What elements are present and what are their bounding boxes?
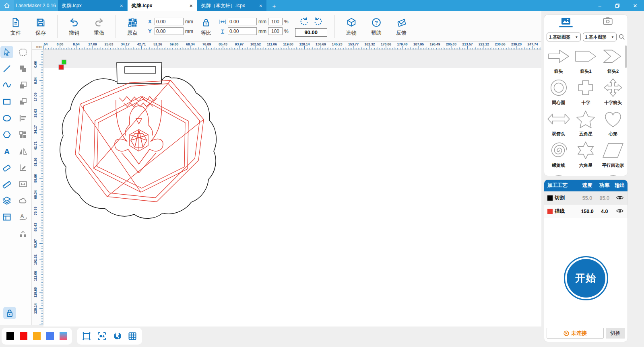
- layer-power[interactable]: 4.0: [597, 205, 612, 218]
- subtract-tool[interactable]: [17, 95, 29, 108]
- rose-swirl-engrave[interactable]: [75, 80, 204, 202]
- shape-arrow-right[interactable]: 箭头: [545, 46, 572, 74]
- ellipse-tool[interactable]: [0, 112, 13, 124]
- close-button[interactable]: ✕: [626, 0, 644, 11]
- layer-output-toggle[interactable]: [612, 191, 627, 205]
- lock-ratio-button[interactable]: 等比: [197, 16, 215, 37]
- color-swatch-0[interactable]: [6, 332, 14, 340]
- arc-shape[interactable]: [545, 172, 572, 176]
- pen-measure-tool[interactable]: [17, 161, 29, 174]
- width-percent-input[interactable]: 100: [268, 18, 283, 25]
- duplicate-tool[interactable]: [17, 79, 29, 91]
- emblem-engrave[interactable]: [115, 97, 163, 173]
- process-row-描线[interactable]: 描线 150.0 4.0: [544, 205, 627, 218]
- document-tab-0[interactable]: 奖牌.lcpx ✕: [58, 0, 127, 11]
- switch-device-button[interactable]: 切换: [606, 328, 625, 339]
- feedback-envelope-icon: [396, 16, 407, 29]
- height-input[interactable]: 0.00: [228, 27, 257, 35]
- tab-close-icon[interactable]: ✕: [190, 4, 193, 8]
- layer-output-toggle[interactable]: [612, 205, 627, 218]
- tab-camera-capture[interactable]: [603, 17, 613, 25]
- canvas-viewport[interactable]: [43, 50, 541, 326]
- tab-shape-gallery[interactable]: [559, 17, 573, 27]
- tab-close-icon[interactable]: ✕: [259, 4, 262, 8]
- grid-toggle-tool[interactable]: [128, 331, 137, 341]
- height-percent-input[interactable]: 100: [268, 27, 283, 35]
- connection-status[interactable]: 未连接: [547, 328, 604, 339]
- y-input[interactable]: 0.00: [155, 27, 184, 35]
- color-swatch-1[interactable]: [20, 332, 27, 340]
- shape-star-5[interactable]: 五角星: [572, 109, 600, 137]
- panel-tool[interactable]: [0, 211, 13, 223]
- shape-heart[interactable]: 心形: [599, 109, 627, 137]
- marquee-select-tool[interactable]: [17, 46, 29, 58]
- file-button[interactable]: 文件: [4, 16, 27, 37]
- redo-button[interactable]: 重做: [87, 16, 111, 37]
- x-input[interactable]: 0.00: [155, 18, 184, 25]
- shape-double-arrow[interactable]: 双箭头: [545, 109, 572, 137]
- shape-spiral[interactable]: 螺旋线: [545, 140, 572, 168]
- make-button[interactable]: 造物: [340, 16, 363, 37]
- weld-tool[interactable]: [17, 62, 29, 75]
- eraser-tool[interactable]: [0, 161, 13, 174]
- ruler-tool[interactable]: [0, 178, 13, 190]
- shape-concentric-circles[interactable]: 同心圆: [545, 78, 572, 106]
- category-dropdown-2[interactable]: 1.基本图形▼: [583, 33, 617, 41]
- shape-arrow-chevron[interactable]: 箭头2: [599, 46, 627, 74]
- color-swatch-3[interactable]: [46, 332, 54, 340]
- rectangle-tool[interactable]: [0, 95, 13, 108]
- shape-arrow-pentagon[interactable]: 箭头1: [572, 46, 600, 74]
- search-icon[interactable]: [619, 34, 625, 40]
- shape-parallelogram[interactable]: 平行四边形: [599, 140, 627, 168]
- width-input[interactable]: 0.00: [228, 18, 257, 25]
- gradient-swatch[interactable]: [60, 332, 67, 340]
- text-path-tool[interactable]: A: [17, 211, 29, 223]
- scrollbar-thumb[interactable]: [625, 45, 627, 68]
- origin-button[interactable]: 原点: [121, 16, 144, 37]
- rotate-cw-icon[interactable]: [314, 16, 323, 26]
- undo-button[interactable]: 撤销: [62, 16, 86, 37]
- save-button[interactable]: 保存: [29, 16, 52, 37]
- shape-cross-arrows[interactable]: 十字箭头: [599, 78, 627, 106]
- align-tool[interactable]: [17, 112, 29, 124]
- maximize-button[interactable]: [609, 0, 626, 11]
- new-tab-button[interactable]: +: [267, 0, 281, 11]
- layer-speed[interactable]: 55.0: [578, 191, 597, 205]
- arrange-tool[interactable]: [17, 128, 29, 141]
- expand-tool[interactable]: [17, 178, 29, 190]
- shape-star-6[interactable]: 六角星: [572, 140, 600, 168]
- frame-tool[interactable]: [82, 331, 91, 341]
- minimize-button[interactable]: –: [591, 0, 609, 11]
- shape-cross[interactable]: 十字: [572, 78, 600, 106]
- document-tab-2[interactable]: 奖牌（李文轩）.lcpx ✕: [197, 0, 266, 11]
- select-tool[interactable]: [0, 46, 13, 58]
- color-swatch-2[interactable]: [33, 332, 41, 340]
- document-tab-1[interactable]: 奖牌.lcpx ✕: [128, 0, 197, 11]
- help-button[interactable]: ? 帮助: [365, 16, 388, 37]
- rotate-ccw-icon[interactable]: [299, 16, 309, 26]
- start-button[interactable]: 开始: [564, 256, 608, 300]
- lock-tool[interactable]: [3, 307, 16, 319]
- line-tool[interactable]: [0, 62, 13, 75]
- curve-tool[interactable]: [0, 79, 13, 91]
- polygon-tool[interactable]: [0, 128, 13, 141]
- home-button[interactable]: [0, 0, 14, 11]
- save-icon: [35, 16, 46, 29]
- category-dropdown-1[interactable]: 1.基础图案▼: [547, 33, 581, 41]
- text-tool[interactable]: A: [0, 145, 13, 157]
- arc-shape[interactable]: [599, 172, 627, 176]
- mirror-tool[interactable]: [17, 145, 29, 157]
- rotate-angle-input[interactable]: 90.00: [295, 28, 327, 37]
- fit-view-tool[interactable]: [97, 331, 107, 341]
- medal-cut-outline[interactable]: [60, 63, 216, 218]
- layers-tool[interactable]: [0, 194, 13, 207]
- snap-magnet-tool[interactable]: [112, 331, 122, 341]
- svg-text:213.57: 213.57: [462, 42, 473, 46]
- break-apart-tool[interactable]: [17, 227, 29, 240]
- feedback-button[interactable]: 反馈: [390, 16, 413, 37]
- cloud-tool[interactable]: [17, 194, 29, 207]
- tab-close-icon[interactable]: ✕: [120, 4, 123, 8]
- layer-power[interactable]: 85.0: [597, 191, 612, 205]
- layer-speed[interactable]: 150.0: [578, 205, 597, 218]
- process-row-切割[interactable]: 切割 55.0 85.0: [544, 191, 627, 205]
